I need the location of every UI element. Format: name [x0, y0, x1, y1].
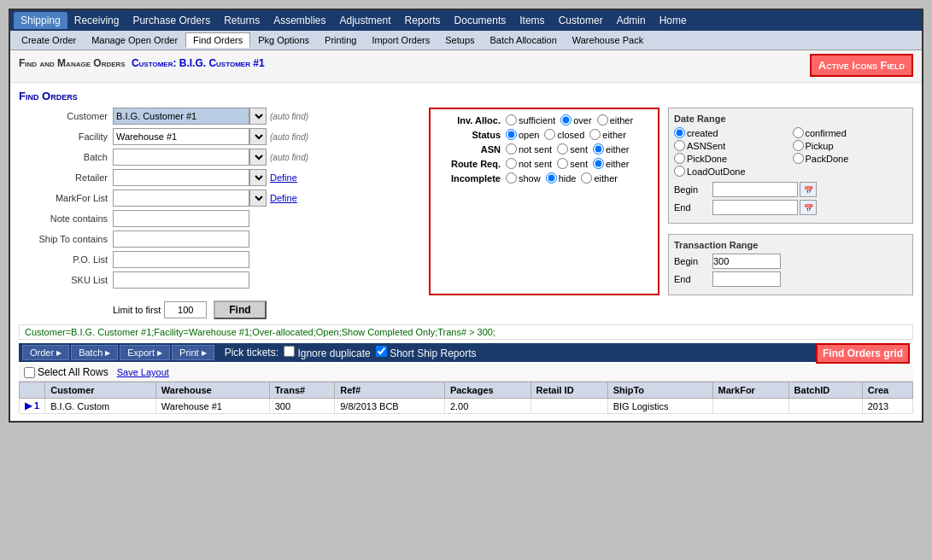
col-header-warehouse[interactable]: Warehouse — [155, 382, 269, 399]
customer-select[interactable]: ▼ — [249, 108, 267, 125]
route-either[interactable]: either — [593, 158, 630, 169]
cell-created: 2013 — [862, 399, 912, 414]
col-header-retailid[interactable]: Retail ID — [530, 382, 607, 399]
subnav-create-order[interactable]: Create Order — [14, 32, 84, 48]
table-row[interactable]: ▶ 1 B.I.G. Custom Warehouse #1 300 9/8/2… — [20, 399, 913, 414]
date-asnsent[interactable]: ASNSent — [674, 140, 789, 151]
find-area: Limit to first Find — [19, 300, 913, 319]
markfor-define-link[interactable]: Define — [270, 193, 297, 203]
asn-sent[interactable]: sent — [557, 143, 588, 155]
incomplete-hide[interactable]: hide — [546, 172, 577, 184]
nav-customer[interactable]: Customer — [552, 12, 610, 29]
calendar-end-icon[interactable]: 📅 — [800, 200, 817, 215]
nav-adjustment[interactable]: Adjustment — [333, 12, 398, 29]
route-not-sent[interactable]: not sent — [506, 158, 552, 169]
inv-either[interactable]: either — [597, 114, 634, 125]
nav-reports[interactable]: Reports — [398, 12, 448, 29]
incomplete-show[interactable]: show — [506, 172, 541, 184]
po-input[interactable] — [113, 251, 249, 268]
markfor-select[interactable]: ▼ — [249, 190, 267, 207]
trans-end-label: End — [674, 274, 712, 284]
batch-input[interactable] — [113, 149, 249, 166]
nav-assemblies[interactable]: Assemblies — [267, 12, 332, 29]
nav-receiving[interactable]: Receiving — [67, 12, 126, 29]
retailer-select[interactable]: ▼ — [249, 169, 267, 186]
save-layout-link[interactable]: Save Layout — [117, 367, 169, 377]
select-all-checkbox[interactable] — [24, 367, 35, 378]
inv-over[interactable]: over — [560, 114, 591, 125]
ignore-duplicate-checkbox[interactable] — [284, 346, 295, 357]
nav-shipping[interactable]: Shipping — [14, 12, 67, 29]
incomplete-either[interactable]: either — [581, 172, 618, 184]
facility-input[interactable] — [113, 128, 249, 145]
customer-input[interactable] — [113, 108, 249, 125]
date-created[interactable]: created — [674, 127, 789, 138]
limit-input[interactable] — [164, 301, 207, 318]
trans-end-input[interactable] — [712, 271, 781, 287]
date-packdone[interactable]: PackDone — [793, 153, 908, 164]
subnav-setups[interactable]: Setups — [437, 32, 482, 48]
date-loadoutdone[interactable]: LoadOutDone — [674, 166, 789, 177]
subnav-import-orders[interactable]: Import Orders — [364, 32, 437, 48]
date-confirmed[interactable]: confirmed — [793, 127, 908, 138]
asn-not-sent[interactable]: not sent — [506, 143, 552, 155]
status-closed[interactable]: closed — [544, 129, 584, 140]
page-title: Find and Manage Orders — [19, 57, 126, 69]
col-header-created[interactable]: Crea — [862, 382, 912, 399]
shipto-input[interactable] — [113, 230, 249, 248]
date-begin-label: Begin — [674, 184, 712, 195]
date-pickup[interactable]: Pickup — [793, 140, 908, 151]
grid-btn-export[interactable]: Export ▶ — [120, 345, 170, 360]
inv-sufficient[interactable]: sufficient — [506, 114, 555, 125]
grid-btn-batch[interactable]: Batch ▶ — [71, 345, 118, 360]
inv-alloc-panel: Inv. Alloc. sufficient over either Statu… — [429, 108, 659, 295]
markfor-input[interactable] — [113, 190, 249, 207]
sku-input[interactable] — [113, 271, 249, 289]
short-ship-reports-checkbox[interactable] — [376, 346, 387, 357]
subnav-batch-allocation[interactable]: Batch Allocation — [483, 32, 565, 48]
subnav-warehouse-pack[interactable]: Warehouse Pack — [565, 32, 651, 48]
subnav-printing[interactable]: Printing — [317, 32, 364, 48]
select-all-label[interactable]: Select All Rows — [24, 366, 108, 378]
ignore-duplicate-label[interactable]: Ignore duplicate — [284, 346, 371, 359]
status-either[interactable]: either — [589, 129, 626, 140]
calendar-begin-icon[interactable]: 📅 — [800, 182, 817, 197]
find-button[interactable]: Find — [214, 300, 266, 319]
route-sent[interactable]: sent — [557, 158, 588, 169]
inv-alloc-options: sufficient over either — [506, 114, 633, 125]
batch-select[interactable]: ▼ — [249, 149, 267, 166]
cell-shipto: BIG Logistics — [607, 399, 712, 414]
nav-admin[interactable]: Admin — [610, 12, 653, 29]
grid-btn-order[interactable]: Order ▶ — [22, 345, 69, 360]
nav-purchase-orders[interactable]: Purchase Orders — [126, 12, 217, 29]
nav-items[interactable]: Items — [513, 12, 551, 29]
col-header-batchid[interactable]: BatchID — [788, 382, 862, 399]
date-end-input[interactable] — [712, 200, 798, 215]
status-open[interactable]: open — [506, 129, 539, 140]
col-header-ref[interactable]: Ref# — [335, 382, 445, 399]
asn-either[interactable]: either — [593, 143, 630, 155]
subnav-manage-open-order[interactable]: Manage Open Order — [84, 32, 185, 48]
nav-returns[interactable]: Returns — [217, 12, 267, 29]
nav-home[interactable]: Home — [653, 12, 694, 29]
retailer-input[interactable] — [113, 169, 249, 186]
cell-trans: 300 — [269, 399, 335, 414]
trans-begin-input[interactable] — [712, 254, 781, 269]
col-header-packages[interactable]: Packages — [444, 382, 530, 399]
grid-btn-print[interactable]: Print ▶ — [172, 345, 214, 360]
subnav-find-orders[interactable]: Find Orders — [185, 32, 250, 48]
note-input[interactable] — [113, 210, 249, 227]
subnav-pkg-options[interactable]: Pkg Options — [250, 32, 317, 48]
facility-select[interactable]: ▼ — [249, 128, 267, 145]
nav-documents[interactable]: Documents — [448, 12, 513, 29]
date-begin-input[interactable] — [712, 182, 798, 197]
retailer-define-link[interactable]: Define — [270, 172, 297, 183]
date-pickdone[interactable]: PickDone — [674, 153, 789, 164]
col-header-trans[interactable]: Trans# — [269, 382, 335, 399]
col-header-customer[interactable]: Customer — [45, 382, 156, 399]
short-ship-reports-label[interactable]: Short Ship Reports — [376, 346, 477, 359]
po-row: P.O. List — [19, 251, 412, 268]
customer-row: Customer ▼ (auto find) — [19, 108, 412, 125]
col-header-shipto[interactable]: ShipTo — [607, 382, 712, 399]
col-header-markfor[interactable]: MarkFor — [712, 382, 788, 399]
